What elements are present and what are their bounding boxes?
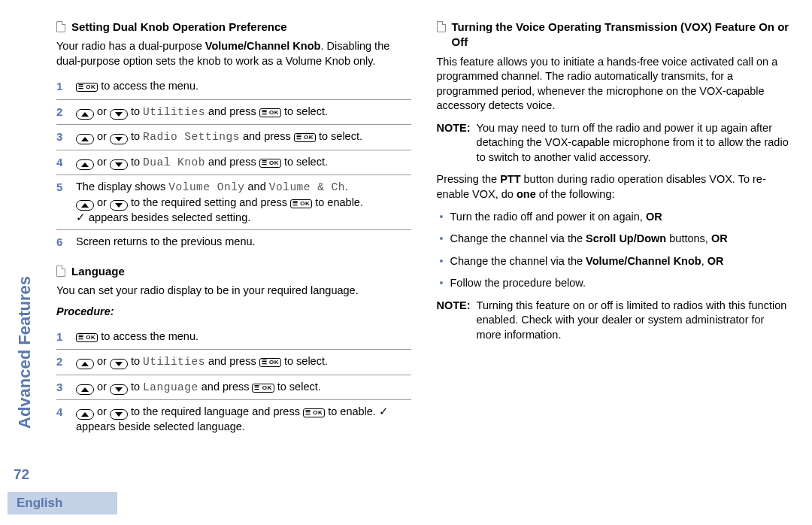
text: of the following: [536, 188, 615, 200]
ok-button-icon: ☰ OK [76, 83, 98, 92]
text: The display shows [76, 181, 168, 193]
text: or [94, 105, 110, 117]
ok-button-icon: ☰ OK [259, 358, 281, 367]
paragraph: Pressing the PTT button during radio ope… [437, 172, 792, 202]
step-list: 1 ☰ OK to access the menu. 2 or to Utili… [56, 74, 411, 254]
step-number: 1 [56, 329, 65, 344]
section-heading: Turning the Voice Operating Transmission… [437, 20, 792, 50]
content-area: Setting Dual Knob Operation Preference Y… [41, 0, 812, 525]
text: and press [205, 156, 259, 168]
text: to the required setting and press [128, 196, 290, 208]
step-row: 2 or to Utilities and press ☰ OK to sele… [56, 100, 411, 126]
text: or [94, 355, 110, 367]
step-list: 1 ☰ OK to access the menu. 2 or to Utili… [56, 325, 411, 439]
text: and press [205, 355, 259, 367]
right-column: Turning the Voice Operating Transmission… [437, 20, 792, 525]
svg-marker-10 [81, 387, 89, 392]
check-icon: ✓ [76, 211, 86, 223]
step-row: 3 or to Radio Settings and press ☰ OK to… [56, 125, 411, 150]
up-arrow-icon [76, 384, 94, 395]
svg-marker-8 [81, 362, 89, 366]
step-number: 5 [56, 180, 65, 195]
text: Pressing the [437, 173, 501, 185]
text: to select. [316, 130, 362, 142]
heading-text: Setting Dual Knob Operation Preference [71, 20, 287, 35]
step-number: 4 [56, 155, 65, 170]
ok-button-icon: ☰ OK [294, 133, 316, 142]
step-body: or to Language and press ☰ OK to select. [76, 380, 411, 396]
bullet-list: Turn the radio off and power it on again… [437, 210, 792, 291]
intro-paragraph: You can set your radio display to be in … [56, 284, 411, 299]
svg-marker-3 [115, 137, 123, 141]
bold-text: OR [711, 232, 728, 244]
svg-marker-9 [115, 362, 123, 366]
text: or [94, 405, 110, 417]
step-number: 3 [56, 380, 65, 395]
section-heading: Language [56, 264, 411, 279]
step-body: Screen returns to the previous menu. [76, 235, 411, 250]
step-row: 6 Screen returns to the previous menu. [56, 230, 411, 254]
bold-text: Volume/Channel Knob [586, 255, 701, 267]
svg-marker-13 [115, 412, 123, 417]
left-column: Setting Dual Knob Operation Preference Y… [56, 20, 411, 525]
section-heading: Setting Dual Knob Operation Preference [56, 20, 411, 35]
list-item: Turn the radio off and power it on again… [437, 210, 792, 225]
text: to access the menu. [98, 330, 198, 342]
svg-marker-6 [81, 203, 89, 208]
text: and press [205, 105, 259, 117]
step-number: 4 [56, 405, 65, 420]
document-icon [56, 21, 65, 32]
text: or [94, 130, 110, 142]
list-item: Change the channel via the Scroll Up/Dow… [437, 232, 792, 247]
text: to select. [281, 105, 328, 117]
text: Change the channel via the [450, 255, 586, 267]
svg-marker-1 [115, 112, 123, 117]
step-number: 3 [56, 129, 65, 144]
menu-name: Dual Knob [143, 156, 205, 168]
bold-text: one [517, 188, 536, 200]
note-block: NOTE: Turning this feature on or off is … [437, 299, 792, 343]
svg-marker-0 [81, 112, 89, 117]
text: Turn the radio off and power it on again… [450, 211, 646, 223]
text: . [345, 181, 348, 193]
step-number: 2 [56, 354, 65, 369]
up-arrow-icon [76, 409, 94, 420]
svg-marker-2 [81, 137, 89, 141]
text: buttons, [666, 232, 711, 244]
step-row: 5 The display shows Volume Only and Volu… [56, 175, 411, 230]
text: to [128, 156, 143, 168]
step-body: or to Utilities and press ☰ OK to select… [76, 354, 411, 370]
bold-text: OR [707, 255, 724, 267]
text: appears besides selected setting. [86, 211, 250, 223]
text: and press [240, 130, 294, 142]
step-row: 3 or to Language and press ☰ OK to selec… [56, 375, 411, 401]
up-arrow-icon [76, 109, 94, 120]
step-row: 4 or to Dual Knob and press ☰ OK to sele… [56, 150, 411, 176]
step-row: 4 or to the required language and press … [56, 400, 411, 439]
text: , [701, 255, 707, 267]
down-arrow-icon [110, 159, 128, 170]
ok-button-icon: ☰ OK [259, 108, 281, 117]
step-body: ☰ OK to access the menu. [76, 329, 411, 344]
step-body: ☰ OK to access the menu. [76, 79, 411, 94]
heading-text: Language [71, 264, 125, 279]
down-arrow-icon [110, 359, 128, 369]
heading-text: Turning the Voice Operating Transmission… [452, 20, 792, 50]
ok-button-icon: ☰ OK [252, 384, 274, 393]
text: to [128, 355, 143, 367]
text: or [94, 196, 110, 208]
step-row: 1 ☰ OK to access the menu. [56, 325, 411, 350]
text: appears beside selected language. [76, 420, 245, 432]
menu-name: Utilities [143, 356, 205, 368]
menu-name: Utilities [143, 106, 205, 118]
down-arrow-icon [110, 134, 128, 144]
ok-button-icon: ☰ OK [259, 159, 281, 168]
check-icon: ✓ [379, 405, 389, 417]
text: to select. [281, 355, 328, 367]
text: to enable. [325, 405, 379, 417]
step-number: 1 [56, 79, 65, 94]
text: or [94, 156, 110, 168]
step-row: 1 ☰ OK to access the menu. [56, 74, 411, 99]
document-icon [437, 21, 446, 32]
down-arrow-icon [110, 200, 128, 211]
